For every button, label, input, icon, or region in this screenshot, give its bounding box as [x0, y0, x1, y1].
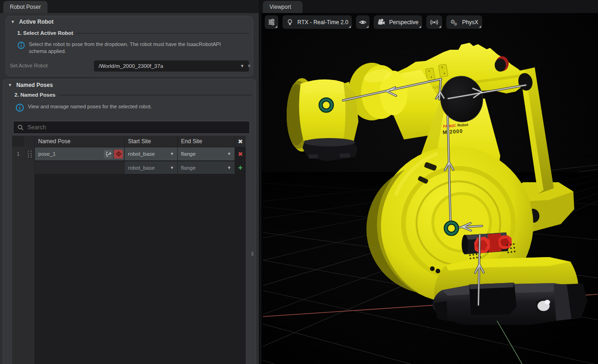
header-gutter [12, 136, 24, 147]
set-active-robot-label: Set Active Robot [10, 63, 47, 68]
active-robot-dropdown[interactable]: /World/m_2000_2300f_37a ▼ [94, 60, 249, 72]
physics-label: PhysX [462, 19, 478, 26]
info-icon [15, 103, 24, 112]
collapse-caret-icon: ▼ [11, 20, 15, 24]
named-poses-info: View and manage named poses for the sele… [15, 103, 237, 112]
svg-text:⚙: ⚙ [454, 22, 457, 26]
new-end-site-dropdown[interactable]: flange ▼ [178, 161, 235, 174]
3d-scene: FANUCRobot M-2000 [262, 13, 598, 364]
renderer-button[interactable]: RTX - Real-Time 2.0 [282, 15, 352, 29]
lightbulb-icon [286, 19, 294, 26]
chevron-down-icon: ▼ [227, 165, 231, 170]
table-header-row: Named Pose Start Site End Site ✖ [12, 136, 246, 147]
active-robot-dropdown-value: /World/m_2000_2300f_37a [99, 63, 163, 69]
step-select-active-robot: 1. Select Active Robot [17, 30, 249, 36]
base-pedestal [433, 283, 587, 325]
active-robot-title: Active Robot [19, 19, 54, 25]
gears-icon: ⚙ ⚙ [450, 18, 458, 26]
table-row: 1 pose_1 [12, 147, 246, 160]
drag-handle-icon [28, 151, 32, 158]
add-icon: + [238, 164, 243, 172]
info-icon [17, 41, 25, 50]
delete-row-button[interactable]: ✖ [235, 147, 246, 160]
viewport-3d-canvas[interactable]: FANUCRobot M-2000 [262, 13, 598, 364]
apply-pose-icon [105, 151, 112, 157]
robot-poser-panel: Robot Poser ▼ Active Robot 1. Select Act… [0, 0, 259, 364]
active-robot-info: Select the robot to pose from the dropdo… [17, 41, 234, 55]
header-drag-col [25, 136, 34, 147]
chevron-down-icon: ▼ [170, 152, 174, 156]
active-robot-info-text: Select the robot to pose from the dropdo… [29, 41, 234, 55]
new-pose-name-field[interactable] [35, 161, 124, 174]
pose-name-value: pose_1 [38, 151, 56, 157]
camera-button[interactable]: Perspective [374, 15, 422, 29]
panel-scroll-dot[interactable] [251, 251, 254, 256]
visibility-button[interactable] [356, 15, 370, 29]
camera-icon [377, 18, 385, 26]
end-site-dropdown[interactable]: flange ▼ [178, 147, 235, 160]
camera-label: Perspective [389, 19, 418, 26]
add-row-button[interactable]: + [235, 161, 246, 174]
search-icon [17, 124, 24, 131]
collapse-caret-icon: ▼ [8, 83, 12, 87]
broadcast-button[interactable] [426, 15, 442, 29]
row-index: 1 [12, 147, 24, 160]
apply-pose-button[interactable] [104, 150, 113, 159]
set-active-robot-row: Set Active Robot /World/m_2000_2300f_37a… [9, 60, 250, 72]
clear-all-button[interactable]: ✖ [235, 136, 246, 147]
eye-icon [359, 18, 367, 26]
named-poses-info-text: View and manage named poses for the sele… [28, 103, 152, 110]
search-input[interactable]: Search [13, 121, 250, 134]
delete-icon: ✖ [238, 151, 243, 158]
viewport-settings-button[interactable] [265, 15, 278, 29]
tab-viewport-label: Viewport [269, 4, 291, 10]
chevron-down-icon: ▼ [170, 165, 174, 170]
signal-icon [430, 19, 439, 26]
named-poses-collapse-header[interactable]: ▼ Named Poses [8, 82, 53, 88]
pose-name-field[interactable]: pose_1 [35, 147, 124, 160]
record-pose-button[interactable] [114, 150, 123, 159]
search-placeholder: Search [27, 124, 46, 131]
row-drag-cell[interactable] [25, 147, 34, 160]
tab-viewport[interactable]: Viewport [263, 1, 302, 13]
named-poses-title: Named Poses [16, 82, 53, 88]
named-poses-table: Named Pose Start Site End Site ✖ 1 pose_… [12, 136, 246, 364]
header-start-site: Start Site [125, 136, 177, 147]
robot-poser-body: ▼ Active Robot 1. Select Active Robot Se… [0, 13, 259, 364]
physics-button[interactable]: ⚙ ⚙ PhysX [446, 15, 482, 29]
viewport-panel: Viewport [262, 0, 598, 364]
left-tabbar: Robot Poser [0, 0, 259, 13]
renderer-label: RTX - Real-Time 2.0 [297, 19, 348, 26]
sliders-icon [268, 18, 275, 26]
divider-rule [77, 33, 249, 33]
chevron-down-icon: ▼ [240, 64, 244, 68]
named-poses-section: ▼ Named Poses 2. Named Poses View and ma… [3, 79, 256, 364]
isaac-sim-window: Robot Poser ▼ Active Robot 1. Select Act… [0, 0, 598, 364]
wrist-assembly [287, 78, 358, 161]
counterweight-cylinders [462, 232, 512, 254]
table-new-row: robot_base ▼ flange ▼ + [12, 161, 246, 174]
divider-rule [59, 95, 252, 95]
tab-robot-poser[interactable]: Robot Poser [3, 1, 47, 13]
tab-robot-poser-label: Robot Poser [10, 4, 41, 10]
viewport-toolbar: RTX - Real-Time 2.0 Perspective [265, 15, 482, 29]
brand-robot: Robot [457, 123, 469, 128]
new-start-site-dropdown[interactable]: robot_base ▼ [125, 161, 177, 174]
start-site-dropdown[interactable]: robot_base ▼ [125, 147, 177, 160]
active-robot-section: ▼ Active Robot 1. Select Active Robot Se… [6, 16, 253, 76]
target-icon [115, 151, 122, 157]
chevron-down-icon: ▼ [227, 152, 231, 156]
header-end-site: End Site [178, 136, 235, 147]
viewport-tabbar: Viewport [262, 0, 598, 13]
reset-value-dot[interactable] [248, 65, 250, 67]
header-named-pose: Named Pose [35, 136, 124, 147]
step-named-poses: 2. Named Poses [14, 92, 252, 98]
active-robot-collapse-header[interactable]: ▼ Active Robot [11, 19, 54, 25]
